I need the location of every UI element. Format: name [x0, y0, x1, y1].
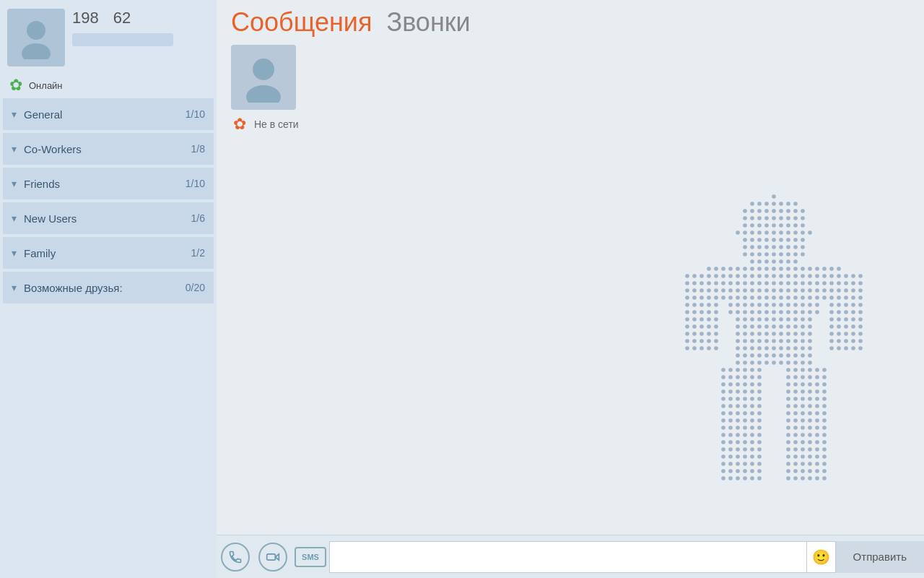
profile-info: 198 62 [72, 9, 209, 46]
emoji-icon: 🙂 [812, 548, 830, 566]
calls-count: 62 [113, 9, 131, 27]
chevron-family-icon: ▾ [12, 247, 17, 259]
group-newusers-count: 1/6 [191, 212, 205, 224]
chevron-coworkers-icon: ▾ [12, 143, 17, 155]
chevron-newusers-icon: ▾ [12, 212, 17, 224]
group-family-name: Family [24, 247, 191, 259]
contact-avatar [231, 45, 296, 110]
contact-status: ✿ Не в сети [231, 116, 299, 133]
phone-call-button[interactable] [217, 538, 254, 576]
group-family[interactable]: ▾ Family 1/2 [3, 237, 214, 269]
group-newusers[interactable]: ▾ New Users 1/6 [3, 202, 214, 234]
send-button[interactable]: Отправить [836, 541, 924, 573]
group-coworkers[interactable]: ▾ Co-Workers 1/8 [3, 133, 214, 165]
tab-calls[interactable]: Звонки [386, 7, 470, 38]
group-friends[interactable]: ▾ Friends 1/10 [3, 168, 214, 199]
group-general[interactable]: ▾ General 1/10 [3, 98, 214, 130]
chevron-friends-icon: ▾ [12, 178, 17, 189]
watermark-canvas [621, 188, 924, 491]
contact-panel: ✿ Не в сети [217, 38, 924, 140]
main-area: Сообщения Звонки ✿ Не в сети [217, 0, 924, 578]
message-input[interactable] [329, 541, 807, 573]
group-possible-name: Возможные друзья: [24, 282, 186, 294]
group-family-count: 1/2 [191, 247, 205, 259]
sms-icon[interactable]: SMS [295, 547, 326, 567]
sidebar: 198 62 ✿ Онлайн ▾ General 1/10 ▾ Co-Work… [0, 0, 217, 578]
group-general-count: 1/10 [186, 108, 205, 120]
emoji-button[interactable]: 🙂 [807, 541, 836, 573]
group-possible-friends[interactable]: ▾ Возможные друзья: 0/20 [3, 272, 214, 303]
svg-point-0 [27, 21, 45, 40]
stats-row: 198 62 [72, 9, 209, 27]
tabs-bar: Сообщения Звонки [217, 0, 924, 38]
group-newusers-name: New Users [24, 212, 191, 225]
online-status-label: Онлайн [29, 80, 63, 91]
chevron-general-icon: ▾ [12, 108, 17, 120]
bottom-bar: SMS 🙂 Отправить [217, 535, 924, 578]
svg-point-1 [22, 43, 51, 59]
group-coworkers-count: 1/8 [191, 143, 205, 155]
chat-area [217, 140, 924, 535]
online-status: ✿ Онлайн [0, 72, 217, 98]
contact-status-label: Не в сети [254, 118, 299, 130]
svg-rect-4 [267, 553, 276, 559]
group-friends-count: 1/10 [186, 178, 205, 189]
avatar [7, 9, 65, 66]
video-call-button[interactable] [254, 538, 292, 576]
phone-icon[interactable] [221, 543, 250, 571]
contact-groups-list: ▾ General 1/10 ▾ Co-Workers 1/8 ▾ Friend… [0, 98, 217, 306]
chevron-possible-icon: ▾ [12, 282, 17, 293]
sms-label: SMS [302, 553, 319, 561]
video-icon[interactable] [258, 543, 287, 571]
messages-count: 198 [72, 9, 99, 27]
tab-messages[interactable]: Сообщения [231, 7, 372, 38]
online-flower-icon: ✿ [7, 77, 25, 94]
group-general-name: General [24, 108, 186, 121]
group-coworkers-name: Co-Workers [24, 143, 191, 155]
sms-button[interactable]: SMS [292, 538, 329, 576]
svg-point-3 [246, 85, 281, 103]
profile-area: 198 62 [0, 0, 217, 72]
group-friends-name: Friends [24, 178, 186, 190]
offline-flower-icon: ✿ [231, 116, 248, 133]
group-possible-count: 0/20 [186, 282, 205, 293]
svg-point-2 [253, 59, 274, 80]
username-bar [72, 33, 173, 46]
